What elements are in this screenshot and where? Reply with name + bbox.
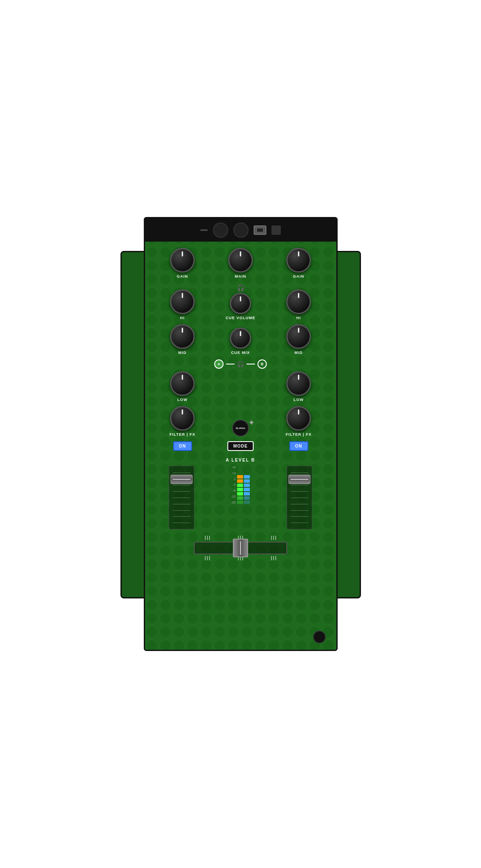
cue-ab-row: A 🎧 B [154, 359, 328, 369]
logo-star: ✦ [249, 419, 254, 427]
knob-row-2: HI 🎧 CUE VOLUME HI [154, 284, 328, 320]
on-button-right[interactable]: ON [289, 441, 308, 451]
headphone-icon-top: 🎧 [237, 284, 244, 291]
level-header: A LEVEL B [154, 458, 328, 462]
vu-labels: +6 +3 0 -3 -6 -15 -30 [231, 466, 236, 504]
knob-cue-mix-label: CUE MIX [231, 351, 250, 355]
top-square [271, 225, 281, 235]
knob-group-hi-right: HI [286, 289, 311, 320]
knob-mid-right[interactable] [286, 324, 311, 349]
ab-button-a[interactable]: A [214, 359, 224, 369]
fader-handle-right[interactable] [288, 475, 310, 484]
brand-logo: dj skins ✦ [232, 420, 249, 437]
knob-hi-left[interactable] [170, 289, 195, 314]
top-circle-right [233, 223, 249, 238]
knob-group-gain-right: GAIN [286, 248, 311, 278]
top-bar [145, 218, 336, 242]
level-section: A LEVEL B [154, 458, 328, 529]
channel-fader-left [154, 466, 210, 529]
knob-gain-left-label: GAIN [177, 274, 188, 278]
knob-filter-left-label: FILTER | FX [170, 432, 196, 437]
bottom-circle [313, 631, 326, 643]
knob-mid-left-label: MID [178, 351, 187, 355]
knob-mid-left[interactable] [170, 324, 195, 349]
knob-group-hi-left: HI [170, 289, 195, 320]
knob-filter-right-label: FILTER | FX [286, 432, 312, 437]
knob-group-mid-right: MID [286, 324, 311, 355]
knob-gain-left[interactable] [170, 248, 195, 273]
knob-hi-right-label: HI [296, 316, 301, 320]
ab-line-left [226, 364, 235, 364]
fader-track-left[interactable] [169, 466, 194, 529]
ab-line-right [246, 364, 255, 364]
buttons-row: ON MODE ON [154, 441, 328, 451]
content-area: GAIN MAIN GAIN HI [145, 242, 336, 567]
knob-group-mid-left: MID [170, 324, 195, 355]
mixer-wrapper: GAIN MAIN GAIN HI [120, 217, 361, 651]
knob-row-3: MID CUE MIX MID [154, 324, 328, 355]
crossfader-section [154, 536, 328, 560]
crossfader-track[interactable] [194, 542, 287, 554]
usb-inner [257, 228, 263, 232]
vu-area: +6 +3 0 -3 -6 -15 -30 [212, 466, 269, 504]
filter-fx-row: FILTER | FX dj skins ✦ FILTER | FX [154, 406, 328, 437]
knob-group-cue-mix: CUE MIX [230, 328, 251, 355]
top-circle-left [213, 223, 228, 238]
knob-hi-right[interactable] [286, 289, 311, 314]
knob-low-left[interactable] [170, 371, 195, 396]
knob-filter-right[interactable] [286, 406, 311, 431]
knob-low-right-label: LOW [294, 398, 304, 402]
knob-gain-right-label: GAIN [293, 274, 305, 278]
fader-handle-left[interactable] [171, 475, 193, 484]
faders-area: +6 +3 0 -3 -6 -15 -30 [154, 466, 328, 529]
knob-cue-volume-label: CUE VOLUME [226, 316, 255, 320]
crossfader-handle[interactable] [233, 539, 248, 557]
knob-group-low-right: LOW [286, 371, 311, 402]
ab-headphone-icon: 🎧 [237, 361, 244, 367]
usb-port [254, 225, 266, 235]
knob-group-cue-volume: CUE VOLUME [226, 293, 255, 320]
knob-group-filter-right: FILTER | FX [286, 406, 312, 437]
fader-track-right[interactable] [287, 466, 312, 529]
ab-button-b[interactable]: B [257, 359, 267, 369]
knob-cue-volume[interactable] [230, 293, 251, 314]
knob-row-4: LOW LOW [154, 371, 328, 402]
top-dash [200, 229, 208, 231]
knob-group-gain-left: GAIN [170, 248, 195, 278]
mixer-body: GAIN MAIN GAIN HI [144, 217, 338, 651]
knob-group-main: MAIN [228, 248, 253, 278]
knob-row-1: GAIN MAIN GAIN [154, 248, 328, 278]
knob-mid-right-label: MID [294, 351, 303, 355]
on-button-left[interactable]: ON [173, 441, 192, 451]
knob-main-label: MAIN [235, 274, 246, 278]
knob-filter-left[interactable] [170, 406, 195, 431]
brand-text: dj skins [236, 427, 245, 429]
knob-group-filter-left: FILTER | FX [170, 406, 196, 437]
knob-main[interactable] [228, 248, 253, 273]
knob-low-right[interactable] [286, 371, 311, 396]
logo-area: dj skins ✦ [232, 420, 249, 437]
knob-cue-mix[interactable] [230, 328, 251, 349]
knob-gain-right[interactable] [286, 248, 311, 273]
knob-group-low-left: LOW [170, 371, 195, 402]
mode-button[interactable]: MODE [227, 441, 254, 451]
knob-hi-left-label: HI [180, 316, 185, 320]
level-label: A LEVEL B [226, 458, 255, 462]
knob-low-left-label: LOW [177, 398, 187, 402]
channel-fader-right [271, 466, 328, 529]
